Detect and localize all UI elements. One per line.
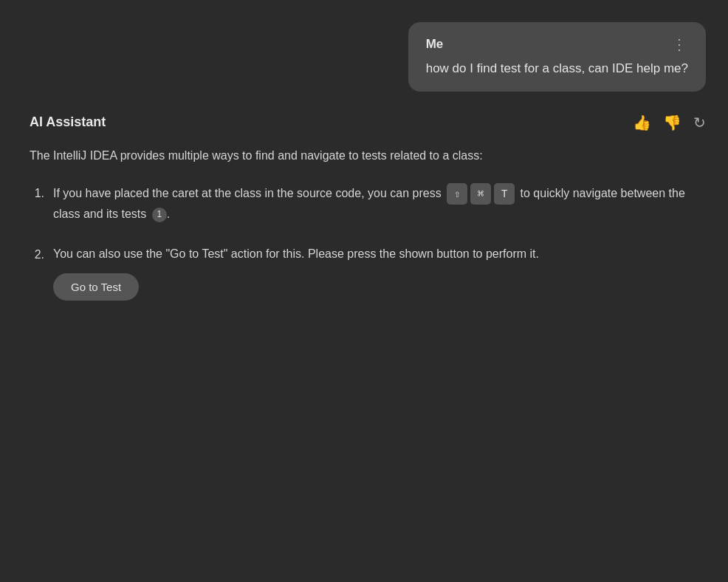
list-number-1: 1. xyxy=(30,183,44,203)
list-content-1: If you have placed the caret at the clas… xyxy=(53,183,706,224)
ai-header: AI Assistant 👍 👎 ↻ xyxy=(30,114,706,131)
key-t: T xyxy=(494,183,515,205)
ai-intro-text: The IntelliJ IDEA provides multiple ways… xyxy=(30,146,706,165)
go-to-test-button[interactable]: Go to Test xyxy=(53,273,139,301)
thumbs-up-icon[interactable]: 👍 xyxy=(633,114,651,131)
user-message-text: how do I find test for a class, can IDE … xyxy=(426,59,688,78)
regenerate-icon[interactable]: ↻ xyxy=(693,114,706,131)
ai-list: 1. If you have placed the caret at the c… xyxy=(30,183,706,301)
list-item-2-text: You can also use the "Go to Test" action… xyxy=(53,244,706,264)
thumbs-down-icon[interactable]: 👎 xyxy=(663,114,681,131)
footnote-badge: 1 xyxy=(152,208,167,222)
user-bubble-header: Me ⋮ xyxy=(426,35,688,53)
ai-assistant-label: AI Assistant xyxy=(30,114,106,130)
ai-response-section: AI Assistant 👍 👎 ↻ The IntelliJ IDEA pro… xyxy=(22,114,706,321)
user-bubble: Me ⋮ how do I find test for a class, can… xyxy=(408,22,706,92)
keyboard-shortcut-group: ⇧ ⌘ T xyxy=(447,183,515,205)
more-options-icon[interactable]: ⋮ xyxy=(672,35,688,53)
list-item: 1. If you have placed the caret at the c… xyxy=(30,183,706,224)
list-item-1-text: If you have placed the caret at the clas… xyxy=(53,183,706,224)
list-item: 2. You can also use the "Go to Test" act… xyxy=(30,244,706,300)
key-shift: ⇧ xyxy=(447,183,467,205)
key-cmd: ⌘ xyxy=(470,183,491,205)
user-message-container: Me ⋮ how do I find test for a class, can… xyxy=(22,22,706,92)
user-name: Me xyxy=(426,37,444,52)
list-number-2: 2. xyxy=(30,244,44,264)
list-content-2: You can also use the "Go to Test" action… xyxy=(53,244,706,300)
ai-body: The IntelliJ IDEA provides multiple ways… xyxy=(30,146,706,321)
ai-action-buttons: 👍 👎 ↻ xyxy=(633,114,706,131)
